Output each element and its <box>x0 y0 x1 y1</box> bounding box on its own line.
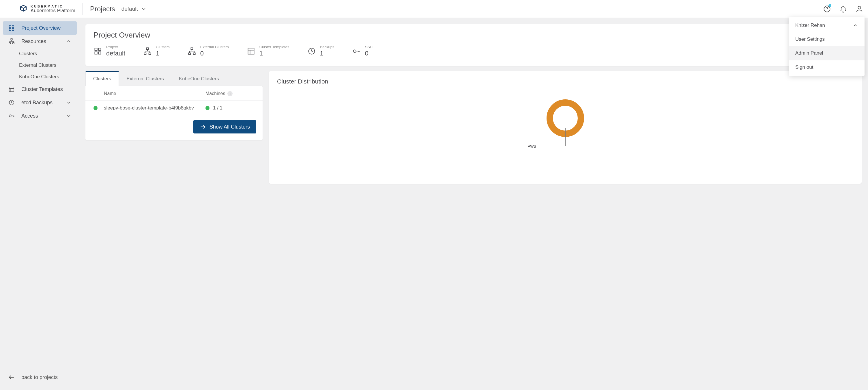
distribution-chart: AWS <box>277 100 854 137</box>
breadcrumb-root[interactable]: Projects <box>90 5 115 13</box>
user-icon <box>855 5 863 13</box>
templates-icon <box>247 47 255 55</box>
brand-text-bottom: Kubernetes Platform <box>31 8 75 13</box>
brand-logo[interactable]: KUBERMATIC Kubernetes Platform <box>19 3 83 15</box>
hierarchy-icon <box>188 47 196 55</box>
stat-value: 1 <box>320 50 335 57</box>
bell-icon <box>839 5 847 13</box>
sidebar-item-project-overview[interactable]: Project Overview <box>3 21 77 35</box>
chevron-down-icon <box>141 6 147 12</box>
svg-rect-12 <box>95 48 97 50</box>
svg-rect-7 <box>11 39 12 40</box>
svg-point-23 <box>353 50 356 52</box>
sidebar-item-access[interactable]: Access <box>3 109 77 122</box>
svg-rect-16 <box>147 48 149 49</box>
sidebar-item-label: etcd Backups <box>21 100 53 106</box>
sidebar-item-label: Project Overview <box>21 25 61 31</box>
info-icon[interactable]: i <box>227 91 232 96</box>
svg-rect-20 <box>188 53 190 54</box>
menu-toggle[interactable] <box>3 3 14 15</box>
help-notification-dot <box>829 4 831 7</box>
project-overview-card: Project Overview Projectdefault Clusters… <box>85 24 862 66</box>
user-menu-sign-out[interactable]: Sign out <box>789 60 865 74</box>
stat-clusters: Clusters1 <box>143 45 170 57</box>
kubermatic-icon <box>19 5 28 13</box>
arrow-right-icon <box>200 123 206 130</box>
svg-rect-13 <box>98 48 101 50</box>
page-title: Project Overview <box>93 31 854 39</box>
key-icon <box>8 113 15 119</box>
stat-label: Backups <box>320 45 335 49</box>
stat-templates: Cluster Templates1 <box>247 45 289 57</box>
chart-connector-line <box>537 146 565 146</box>
sidebar-item-label: Clusters <box>19 51 37 57</box>
tab-clusters[interactable]: Clusters <box>85 71 119 86</box>
user-menu-settings[interactable]: User Settings <box>789 32 865 46</box>
brand-text-top: KUBERMATIC <box>31 5 75 8</box>
chart-connector-line <box>565 128 566 146</box>
svg-rect-21 <box>193 53 195 54</box>
svg-rect-9 <box>13 43 14 44</box>
svg-rect-3 <box>9 26 11 27</box>
back-label: back to projects <box>21 374 58 381</box>
sidebar-item-resources[interactable]: Resources <box>3 35 77 48</box>
svg-rect-5 <box>9 29 11 30</box>
notifications-button[interactable] <box>837 3 849 15</box>
main-content: Khizer Rehan User Settings Admin Panel S… <box>80 18 868 390</box>
chevron-down-icon <box>66 113 71 119</box>
breadcrumb: Projects default <box>87 5 147 13</box>
svg-rect-17 <box>144 53 146 54</box>
col-header-name: Name <box>104 91 206 96</box>
user-menu-admin-panel[interactable]: Admin Panel <box>789 46 865 60</box>
sidebar-item-label: Access <box>21 113 38 119</box>
templates-icon <box>8 86 15 92</box>
stat-project: Projectdefault <box>93 45 125 57</box>
stat-ssh: SSH0 <box>352 45 373 57</box>
status-dot-healthy <box>206 106 210 110</box>
history-icon <box>8 100 15 106</box>
status-dot-healthy <box>93 106 97 110</box>
project-selector[interactable]: default <box>122 6 147 12</box>
stat-value: 1 <box>259 50 289 57</box>
sidebar-item-cluster-templates[interactable]: Cluster Templates <box>3 83 77 96</box>
stat-label: Clusters <box>156 45 170 49</box>
back-to-projects[interactable]: back to projects <box>0 374 80 387</box>
stat-value: 0 <box>365 50 373 57</box>
svg-rect-15 <box>98 52 101 54</box>
sidebar-item-etcd-backups[interactable]: etcd Backups <box>3 96 77 109</box>
chevron-down-icon <box>66 100 71 106</box>
hamburger-icon <box>5 5 12 13</box>
stat-value: 0 <box>200 50 229 57</box>
svg-rect-4 <box>12 26 14 27</box>
show-all-clusters-button[interactable]: Show All Clusters <box>193 120 256 134</box>
svg-rect-19 <box>191 48 193 49</box>
table-header: Name Machines i <box>85 86 262 101</box>
account-button[interactable] <box>854 3 865 15</box>
user-menu-name[interactable]: Khizer Rehan <box>789 19 865 32</box>
user-name: Khizer Rehan <box>795 23 825 28</box>
sidebar-item-clusters[interactable]: Clusters <box>0 48 80 59</box>
svg-rect-8 <box>9 43 10 44</box>
table-row[interactable]: sleepy-bose-cluster-template-b4f9b8gkbv … <box>85 101 262 116</box>
svg-rect-6 <box>12 29 14 30</box>
svg-rect-14 <box>95 52 97 54</box>
project-selector-value: default <box>122 6 138 12</box>
chart-slice-label: AWS <box>528 144 536 148</box>
svg-rect-22 <box>248 48 254 54</box>
topbar: KUBERMATIC Kubernetes Platform Projects … <box>0 0 868 18</box>
dashboard-icon <box>94 47 102 55</box>
sidebar-item-kubeone-clusters[interactable]: KubeOne Clusters <box>0 71 80 83</box>
tab-kubeone-clusters[interactable]: KubeOne Clusters <box>172 71 226 86</box>
stat-label: External Clusters <box>200 45 229 49</box>
cluster-distribution-card: Cluster Distribution AWS <box>269 71 862 184</box>
sidebar-item-label: KubeOne Clusters <box>19 74 59 80</box>
history-icon <box>308 47 316 55</box>
help-button[interactable] <box>821 3 833 15</box>
chevron-up-icon <box>66 38 71 44</box>
sidebar-item-external-clusters[interactable]: External Clusters <box>0 59 80 71</box>
stat-label: Project <box>106 45 125 49</box>
hierarchy-icon <box>144 47 152 55</box>
distribution-title: Cluster Distribution <box>277 78 854 85</box>
tab-external-clusters[interactable]: External Clusters <box>119 71 171 86</box>
stat-external-clusters: External Clusters0 <box>188 45 229 57</box>
